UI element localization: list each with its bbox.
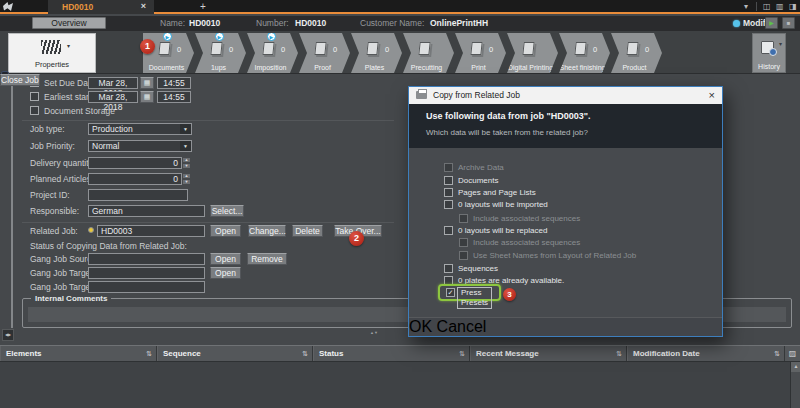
sort-icon[interactable]: ⇅: [302, 346, 308, 361]
ok-button[interactable]: OK: [409, 318, 432, 335]
planned-articles-input[interactable]: 0: [88, 173, 182, 185]
checkbox-label: Sequences: [458, 264, 498, 274]
archive-data-checkbox[interactable]: [444, 163, 453, 172]
due-time-input[interactable]: 14:55: [157, 77, 191, 89]
tab-close-icon[interactable]: ×: [141, 0, 146, 13]
name-value: HD0010: [189, 16, 220, 31]
quantity-stepper[interactable]: ▲▼: [182, 157, 191, 169]
properties-button[interactable]: ▾ Properties: [8, 33, 96, 73]
dialog-title-bar[interactable]: Copy from Related Job ×: [409, 87, 722, 104]
calendar-button[interactable]: ▦: [140, 77, 154, 89]
change-button[interactable]: Change...: [248, 225, 286, 237]
gang-sheets-input[interactable]: [88, 281, 205, 293]
play-icon[interactable]: ▶: [215, 32, 224, 41]
gang-source-input[interactable]: [88, 253, 205, 265]
step-proof[interactable]: 0 Proof: [299, 33, 350, 73]
splitter-collapse-icon[interactable]: ▲▼: [370, 330, 378, 335]
dialog-close-icon[interactable]: ×: [709, 87, 715, 103]
job-type-value: Production: [92, 124, 133, 134]
project-id-input[interactable]: [88, 189, 188, 201]
press-presets-label[interactable]: Press Presets: [457, 287, 492, 309]
sequences-checkbox[interactable]: [444, 264, 453, 273]
sort-icon[interactable]: ⇅: [459, 346, 465, 361]
column-sequence[interactable]: Sequence ⇅: [157, 346, 313, 361]
delete-button[interactable]: Delete: [292, 225, 323, 237]
use-sheet-names-checkbox[interactable]: [459, 251, 468, 260]
step-imposition[interactable]: ▶ 0 Imposition: [247, 33, 298, 73]
step-count: 0: [489, 45, 493, 54]
new-tab-button[interactable]: +: [196, 0, 210, 13]
history-button[interactable]: ▾ History: [752, 33, 786, 73]
job-tab[interactable]: HD0010 ×: [48, 0, 154, 14]
layouts-replaced-checkbox[interactable]: [444, 226, 453, 235]
scroll-up-icon[interactable]: ▲: [791, 362, 800, 372]
step-plates[interactable]: 0 Plates: [351, 33, 402, 73]
pages-checkbox[interactable]: [444, 188, 453, 197]
gang-target-open-button[interactable]: Open: [210, 267, 241, 279]
layout-grid-icon[interactable]: ▥: [776, 0, 784, 13]
sort-icon[interactable]: ⇅: [146, 346, 152, 361]
step-precutting[interactable]: Precutting: [403, 33, 454, 73]
step-product[interactable]: 0 Product: [611, 33, 662, 73]
play-icon[interactable]: ▶: [267, 32, 276, 41]
sort-icon[interactable]: ⇅: [616, 346, 622, 361]
overview-button[interactable]: Overview: [32, 17, 106, 29]
name-label: Name:: [160, 16, 185, 31]
chevron-down-icon[interactable]: ▼: [180, 141, 191, 151]
cancel-button[interactable]: Cancel: [437, 318, 487, 335]
due-date-input[interactable]: Mar 28, 2018: [88, 77, 138, 89]
select-button[interactable]: Select...: [210, 205, 244, 217]
responsible-input[interactable]: German: [88, 205, 205, 217]
gang-source-open-button[interactable]: Open: [210, 253, 241, 265]
sort-icon[interactable]: ⇅: [774, 346, 780, 361]
earliest-time-input[interactable]: 14:55: [157, 91, 191, 103]
layout-detach-icon[interactable]: ◨: [789, 0, 797, 13]
chevron-down-icon[interactable]: ▼: [180, 124, 191, 134]
document-storage-checkbox[interactable]: [30, 106, 39, 115]
close-job-button[interactable]: Close Job: [0, 74, 40, 86]
delivery-quantity-input[interactable]: 0: [88, 157, 182, 169]
properties-label: Properties: [9, 60, 95, 69]
stop-button[interactable]: ■: [782, 17, 795, 29]
step-count: 0: [229, 45, 233, 54]
column-modification-date[interactable]: Modification Date ⇅: [627, 346, 785, 361]
copy-from-related-job-dialog: Copy from Related Job × Use following da…: [408, 86, 723, 337]
plates-icon: [366, 42, 378, 55]
table-scrollbar[interactable]: ▲: [790, 362, 800, 408]
column-elements[interactable]: Elements ⇅: [0, 346, 157, 361]
include-sequences-checkbox[interactable]: [459, 214, 468, 223]
related-job-input[interactable]: HD0003: [97, 225, 205, 237]
dialog-header: Use following data from job "HD0003". Wh…: [409, 104, 722, 148]
gang-source-remove-button[interactable]: Remove: [247, 253, 287, 265]
column-recent-message[interactable]: Recent Message ⇅: [470, 346, 627, 361]
earliest-start-checkbox[interactable]: [30, 92, 39, 101]
title-bar: HD0010 × + ▾ ◫ ▥ ◨: [0, 0, 800, 14]
layout-split-icon[interactable]: ◫: [763, 0, 771, 13]
step-digital-printing[interactable]: Digital Printing: [507, 33, 558, 73]
calendar-button[interactable]: ▦: [140, 91, 154, 103]
table-settings-icon[interactable]: ▨: [785, 346, 800, 361]
run-button[interactable]: ▶: [765, 17, 778, 29]
column-status[interactable]: Status ⇅: [313, 346, 470, 361]
articles-stepper[interactable]: ▲▼: [182, 173, 191, 185]
step-sheet-finishing[interactable]: 0 Sheet finishing: [559, 33, 610, 73]
step-label: Documents: [143, 64, 190, 71]
gang-target-input[interactable]: [88, 267, 205, 279]
responsible-label: Responsible:: [30, 205, 79, 217]
step-down-icon[interactable]: ▼: [182, 163, 191, 169]
open-related-button[interactable]: Open: [210, 225, 241, 237]
step-print[interactable]: 0 Print: [455, 33, 506, 73]
documents-checkbox[interactable]: [444, 176, 453, 185]
earliest-date-input[interactable]: Mar 28, 2018: [88, 91, 138, 103]
job-type-select[interactable]: Production ▼: [88, 123, 192, 135]
layouts-imported-checkbox[interactable]: [444, 200, 453, 209]
include-sequences-checkbox[interactable]: [459, 238, 468, 247]
step-down-icon[interactable]: ▼: [182, 179, 191, 185]
job-priority-select[interactable]: Normal ▼: [88, 140, 192, 152]
scroll-left-right-icon[interactable]: ◀▶: [2, 329, 14, 341]
checkbox-label: 0 layouts will be replaced: [458, 226, 547, 236]
step-1ups[interactable]: ▶ 0 1ups: [195, 33, 246, 73]
play-icon[interactable]: ▶: [163, 32, 172, 41]
chevron-down-icon[interactable]: ▾: [744, 0, 748, 13]
press-presets-checkbox[interactable]: ✓: [446, 288, 455, 297]
